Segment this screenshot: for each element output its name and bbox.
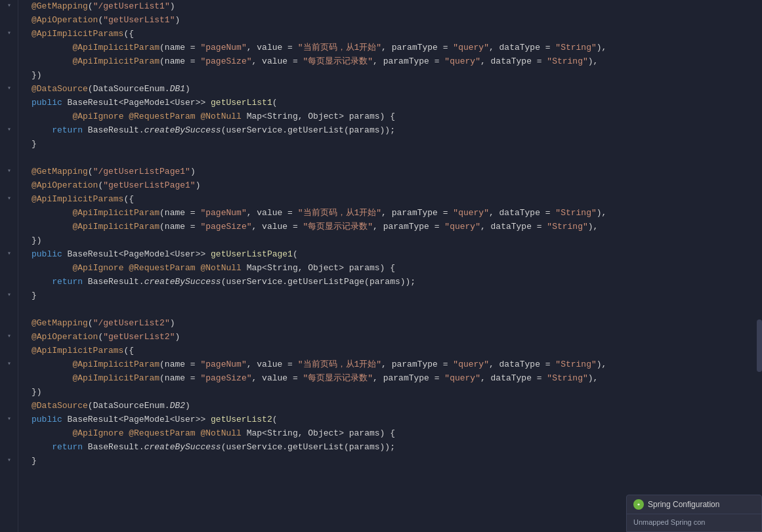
fold-marker-8[interactable]: ▾ [4, 83, 14, 93]
code-line: return BaseResult.createBySuccess(userSe… [29, 276, 762, 289]
token: } [32, 289, 37, 303]
token: BaseResult<PageModel<User>> [62, 96, 211, 110]
token: , value = [251, 372, 303, 386]
token [123, 262, 129, 276]
token: createBySuccess [144, 124, 221, 138]
token: "每页显示记录数" [303, 55, 373, 69]
token: "pageSize" [200, 55, 251, 69]
token: "当前页码，从1开始" [298, 207, 381, 220]
token [123, 427, 129, 441]
fold-marker-31[interactable]: ▾ [4, 413, 14, 424]
token: @GetMapping [32, 0, 88, 14]
token: } [32, 138, 37, 152]
token: ( [98, 331, 103, 344]
token: @DataSource [32, 399, 88, 413]
token: Map<String, Object> params) { [242, 262, 395, 276]
code-line: public BaseResult<PageModel<User>> getUs… [29, 413, 762, 427]
token: @ApiIgnore [72, 110, 123, 124]
fold-marker-26[interactable]: ▾ [4, 358, 14, 369]
token: } [32, 455, 37, 468]
code-line: @ApiOperation("getUserList1") [29, 14, 762, 28]
code-line: @GetMapping("/getUserListPage1") [29, 165, 762, 179]
token: ) [170, 0, 175, 14]
gutter: ▾ ▾ ▾ ▾ ▾ ▾ ▾ ▾ ▾ ▾ ▾ ▾ [0, 0, 18, 532]
code-line: @ApiIgnore @RequestParam @NotNull Map<St… [29, 110, 762, 124]
spring-configuration-panel[interactable]: Spring Configuration Unmapped Spring con [626, 495, 762, 532]
fold-marker-21[interactable]: ▾ [4, 289, 14, 300]
token: public [32, 248, 62, 262]
token: "query" [444, 55, 480, 69]
token: (userService.getUserListPage(params)); [221, 276, 415, 289]
token: }) [32, 386, 42, 399]
code-line: return BaseResult.createBySuccess(userSe… [29, 124, 762, 138]
token: @ApiImplicitParam [72, 41, 159, 55]
token: @NotNull [200, 262, 241, 276]
token: ( [98, 179, 103, 193]
token [32, 207, 72, 220]
token [32, 427, 72, 441]
token: @ApiImplicitParam [72, 372, 159, 386]
token: getUserList2 [211, 413, 272, 427]
code-line: @ApiImplicitParam(name = "pageNum", valu… [29, 358, 762, 372]
token: "String" [547, 55, 587, 69]
token: DB2 [170, 399, 185, 413]
token: getUserListPage1 [211, 248, 293, 262]
token: ( [293, 248, 298, 262]
token: , dataType = [489, 358, 555, 372]
token [32, 441, 52, 455]
token: @RequestParam [129, 262, 195, 276]
scrollbar-vertical[interactable] [757, 0, 762, 532]
token: }) [32, 69, 42, 83]
token [123, 110, 129, 124]
token: "每页显示记录数" [303, 220, 373, 234]
token: " [93, 165, 98, 179]
token: @ApiOperation [32, 14, 98, 28]
token: , paramType = [373, 220, 444, 234]
token: Map<String, Object> params) { [242, 427, 395, 441]
token: ) [175, 14, 180, 28]
fold-marker-33[interactable]: ▾ [4, 455, 14, 465]
token: (name = [159, 372, 200, 386]
token: , paramType = [381, 207, 453, 220]
token: "当前页码，从1开始" [298, 41, 381, 55]
token: @ApiIgnore [72, 427, 123, 441]
token: "String" [555, 358, 596, 372]
token: , paramType = [381, 358, 453, 372]
token: "每页显示记录数" [303, 372, 373, 386]
token: ) [175, 331, 180, 344]
token: }) [32, 234, 42, 248]
token: ), [588, 372, 599, 386]
code-line: } [29, 138, 762, 152]
token: ( [98, 14, 103, 28]
token: , value = [247, 41, 298, 55]
code-line: @ApiImplicitParam(name = "pageNum", valu… [29, 207, 762, 220]
token: createBySuccess [144, 441, 221, 455]
token [196, 110, 201, 124]
code-area: @GetMapping("/getUserList1") @ApiOperati… [18, 0, 762, 532]
token: @ApiImplicitParam [72, 55, 159, 69]
code-line: @ApiOperation("getUserList2") [29, 331, 762, 344]
token: BaseResult<PageModel<User>> [62, 413, 211, 427]
token: "query" [453, 207, 489, 220]
token: , paramType = [373, 55, 444, 69]
token [32, 124, 52, 138]
scrollbar-thumb[interactable] [757, 319, 762, 372]
code-line: @ApiImplicitParam(name = "pageSize", val… [29, 220, 762, 234]
token: , dataType = [480, 372, 547, 386]
code-line: } [29, 455, 762, 468]
spring-panel-header: Spring Configuration [627, 495, 761, 514]
fold-marker-19[interactable]: ▾ [4, 248, 14, 258]
fold-marker-24[interactable]: ▾ [4, 331, 14, 341]
token: (name = [159, 207, 200, 220]
code-line: }) [29, 386, 762, 399]
fold-marker-13[interactable]: ▾ [4, 165, 14, 176]
fold-marker-3[interactable]: ▾ [4, 28, 14, 38]
token: @ApiImplicitParam [72, 358, 159, 372]
token: ), [588, 220, 599, 234]
fold-marker-1[interactable]: ▾ [4, 0, 14, 10]
fold-marker-15[interactable]: ▾ [4, 193, 14, 203]
fold-marker-10[interactable]: ▾ [4, 124, 14, 134]
token: "getUserList2" [103, 331, 175, 344]
token: "getUserList1" [103, 14, 175, 28]
token: BaseResult. [83, 124, 144, 138]
